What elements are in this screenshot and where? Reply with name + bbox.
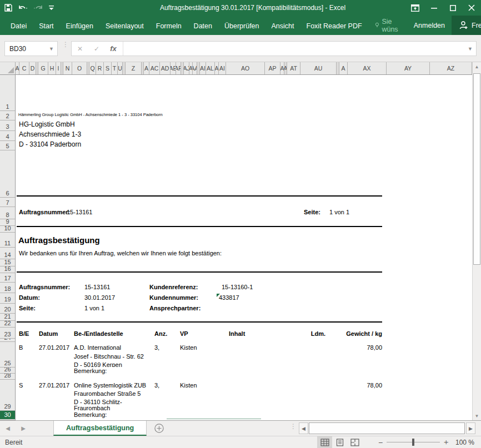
column-header-I[interactable]: I xyxy=(56,62,61,74)
row-header-18[interactable]: 18 xyxy=(0,283,15,293)
sheet-nav-left-icon[interactable]: ◀ xyxy=(0,421,16,436)
row-header-16[interactable]: 16 xyxy=(0,266,15,273)
column-header-A[interactable]: A xyxy=(215,62,219,74)
minimize-button[interactable] xyxy=(424,0,443,16)
tab-bar-resize-handle[interactable]: ⋮ xyxy=(290,425,297,428)
row-header-14[interactable]: 14 xyxy=(0,248,15,259)
scroll-right-icon[interactable]: ▶ xyxy=(466,422,475,434)
column-header-A[interactable]: A xyxy=(280,62,284,74)
row-header-5[interactable]: 5 xyxy=(0,141,15,150)
row-header-3[interactable]: 3 xyxy=(0,120,15,131)
column-header-AJ[interactable]: AJ xyxy=(184,62,189,74)
select-all-corner[interactable] xyxy=(0,62,16,74)
zoom-level-label[interactable]: 100 % xyxy=(452,439,481,446)
row-header-19[interactable]: 19 xyxy=(0,293,15,304)
ribbon-tab-seitenlayout[interactable]: Seitenlayout xyxy=(99,18,150,35)
ribbon-tab-datei[interactable]: Datei xyxy=(4,18,33,35)
column-header-G[interactable]: G xyxy=(38,62,48,74)
column-header-AI[interactable]: AI xyxy=(200,62,206,74)
undo-icon[interactable] xyxy=(18,4,28,12)
row-header-9[interactable]: 9 xyxy=(0,219,15,226)
normal-view-icon[interactable] xyxy=(317,436,332,448)
worksheet-grid[interactable]: Hämmerling Group Logistic GmbH - Achsens… xyxy=(0,75,472,420)
ribbon-tab-daten[interactable]: Daten xyxy=(188,18,218,35)
row-header-2[interactable]: 2 xyxy=(0,111,15,120)
new-sheet-button[interactable] xyxy=(147,421,171,436)
ribbon-tab--berpr-fen[interactable]: Überprüfen xyxy=(218,18,265,35)
scroll-down-icon[interactable]: ▼ xyxy=(473,411,481,420)
zoom-in-icon[interactable]: ＋ xyxy=(440,437,452,447)
horizontal-scrollbar[interactable]: ◀ ▶ xyxy=(299,422,475,434)
zoom-slider[interactable] xyxy=(387,436,440,448)
vertical-scrollbar[interactable]: ▲ ▼ xyxy=(472,62,481,420)
row-header-11[interactable]: 11 xyxy=(0,233,15,248)
cancel-entry-icon[interactable]: ✕ xyxy=(72,45,88,53)
share-button[interactable]: Freigeben xyxy=(452,16,481,35)
sheet-nav-right-icon[interactable]: ▶ xyxy=(16,421,31,436)
zoom-out-icon[interactable]: − xyxy=(374,438,387,447)
row-header-28[interactable]: 28 xyxy=(0,374,15,380)
column-header-AT[interactable]: AT xyxy=(287,62,300,74)
sign-in-button[interactable]: Anmelden xyxy=(407,22,452,29)
formula-bar-expand-icon[interactable]: ▼ xyxy=(468,46,476,52)
ribbon-tab-ansicht[interactable]: Ansicht xyxy=(265,18,300,35)
row-header-26[interactable]: 26 xyxy=(0,368,15,374)
column-header-R[interactable]: R xyxy=(96,62,104,74)
column-header-A[interactable]: A xyxy=(144,62,149,74)
name-box[interactable]: BD30 ▼ xyxy=(4,41,58,56)
scroll-up-icon[interactable]: ▲ xyxy=(473,62,481,71)
column-header-T[interactable]: T xyxy=(112,62,118,74)
ribbon-tab-start[interactable]: Start xyxy=(33,18,59,35)
row-header-6[interactable]: 6 xyxy=(0,150,15,198)
column-header-AD[interactable]: AD xyxy=(160,62,171,74)
redo-icon[interactable] xyxy=(33,4,43,12)
row-header-29[interactable]: 29 xyxy=(0,380,15,411)
row-header-21[interactable]: 21 xyxy=(0,314,15,321)
column-header-AU[interactable]: AU xyxy=(300,62,337,74)
column-header-Q[interactable]: Q xyxy=(89,62,96,74)
column-header-AE[interactable]: AE xyxy=(171,62,176,74)
ribbon-display-options-icon[interactable] xyxy=(405,0,424,16)
row-header-4[interactable]: 4 xyxy=(0,131,15,141)
page-layout-view-icon[interactable] xyxy=(332,436,347,448)
column-header-AZ[interactable]: AZ xyxy=(430,62,472,74)
ribbon-tab-foxit-reader-pdf[interactable]: Foxit Reader PDF xyxy=(300,18,368,35)
confirm-entry-icon[interactable]: ✓ xyxy=(88,45,105,53)
vertical-scroll-thumb[interactable] xyxy=(473,73,480,265)
column-header-AI[interactable]: AI xyxy=(219,62,226,74)
row-header-10[interactable]: 10 xyxy=(0,226,15,233)
page-break-view-icon[interactable] xyxy=(347,436,362,448)
row-header-20[interactable]: 20 xyxy=(0,304,15,314)
maximize-button[interactable] xyxy=(443,0,462,16)
column-header-O[interactable]: O xyxy=(72,62,87,74)
row-header-15[interactable]: 15 xyxy=(0,259,15,266)
column-header-A[interactable]: A xyxy=(16,62,19,74)
column-header-AA[interactable]: AA xyxy=(193,62,197,74)
ribbon-tab-einf-gen[interactable]: Einfügen xyxy=(60,18,99,35)
save-icon[interactable] xyxy=(4,4,12,12)
column-header-Z[interactable]: Z xyxy=(126,62,142,74)
column-header-AL[interactable]: AL xyxy=(206,62,215,74)
ribbon-tab-formeln[interactable]: Formeln xyxy=(150,18,188,35)
row-header-25[interactable]: 25 xyxy=(0,342,15,368)
sheet-tab-active[interactable]: Auftragsbestätigung xyxy=(53,421,147,436)
row-header-22[interactable]: 22 xyxy=(0,321,15,328)
horizontal-scroll-thumb[interactable] xyxy=(309,422,465,434)
column-header-A[interactable]: A xyxy=(339,62,348,74)
column-header-AO[interactable]: AO xyxy=(226,62,265,74)
column-header-AC[interactable]: AC xyxy=(149,62,160,74)
row-header-17[interactable]: 17 xyxy=(0,273,15,283)
column-header-U[interactable]: U xyxy=(118,62,123,74)
column-header-AP[interactable]: AP xyxy=(265,62,280,74)
insert-function-icon[interactable]: fx xyxy=(105,44,122,53)
column-header-S[interactable]: S xyxy=(104,62,112,74)
tell-me-box[interactable]: Sie wüns xyxy=(368,18,407,33)
column-header-H[interactable]: H xyxy=(48,62,56,74)
column-header-AY[interactable]: AY xyxy=(387,62,430,74)
column-header-N[interactable]: N xyxy=(63,62,72,74)
row-header-7[interactable]: 7 xyxy=(0,198,15,207)
scroll-left-icon[interactable]: ◀ xyxy=(299,422,308,434)
close-button[interactable] xyxy=(462,0,481,16)
column-header-D[interactable]: D xyxy=(29,62,36,74)
customize-qat-icon[interactable] xyxy=(49,5,54,11)
